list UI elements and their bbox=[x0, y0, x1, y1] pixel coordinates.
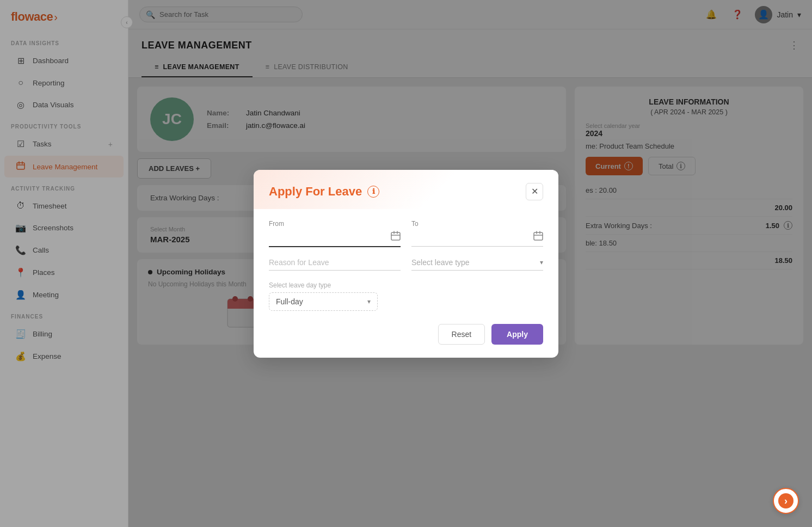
date-row: From To bbox=[269, 220, 543, 247]
to-label: To bbox=[411, 220, 543, 228]
from-input-wrap bbox=[269, 231, 401, 247]
apply-leave-modal: Apply For Leave ℹ ✕ From bbox=[254, 170, 558, 358]
apply-button[interactable]: Apply bbox=[491, 324, 543, 345]
to-calendar-icon[interactable] bbox=[533, 231, 543, 243]
reset-button[interactable]: Reset bbox=[438, 324, 485, 345]
modal-overlay[interactable]: Apply For Leave ℹ ✕ From bbox=[0, 0, 812, 527]
modal-body: From To bbox=[254, 209, 558, 358]
reason-field bbox=[269, 258, 401, 271]
modal-footer: Reset Apply bbox=[269, 324, 543, 345]
svg-rect-15 bbox=[391, 232, 400, 240]
leave-type-field: Select leave type ▾ bbox=[411, 258, 543, 271]
day-type-label: Select leave day type bbox=[269, 281, 543, 289]
flowace-fab[interactable]: › bbox=[773, 488, 799, 514]
modal-title-text: Apply For Leave bbox=[269, 185, 362, 199]
to-input-wrap bbox=[411, 231, 543, 247]
apply-label: Apply bbox=[507, 330, 528, 339]
from-input[interactable] bbox=[269, 232, 391, 241]
reason-input-wrap bbox=[269, 258, 401, 271]
svg-rect-16 bbox=[534, 232, 543, 240]
reason-input[interactable] bbox=[269, 258, 401, 267]
modal-header: Apply For Leave ℹ ✕ bbox=[254, 170, 558, 209]
leave-type-chevron-icon: ▾ bbox=[540, 259, 543, 266]
to-input[interactable] bbox=[411, 232, 533, 241]
leave-type-wrap: Select leave type ▾ bbox=[411, 258, 543, 271]
modal-info-icon: ℹ bbox=[367, 186, 379, 198]
from-label: From bbox=[269, 220, 401, 228]
modal-title: Apply For Leave ℹ bbox=[269, 185, 379, 199]
modal-close-btn[interactable]: ✕ bbox=[526, 183, 543, 200]
reset-label: Reset bbox=[452, 330, 472, 339]
day-type-chevron-icon: ▾ bbox=[367, 298, 371, 305]
day-type-section: Select leave day type Full-day Half-day … bbox=[269, 281, 543, 311]
close-icon: ✕ bbox=[531, 186, 538, 197]
reason-row: Select leave type ▾ bbox=[269, 258, 543, 271]
from-field: From bbox=[269, 220, 401, 247]
from-calendar-icon[interactable] bbox=[391, 231, 401, 243]
day-type-select[interactable]: Full-day Half-day bbox=[276, 297, 367, 306]
to-field: To bbox=[411, 220, 543, 247]
fab-icon: › bbox=[778, 493, 793, 508]
day-type-wrap: Full-day Half-day ▾ bbox=[269, 292, 378, 311]
leave-type-select[interactable]: Select leave type bbox=[411, 258, 540, 267]
